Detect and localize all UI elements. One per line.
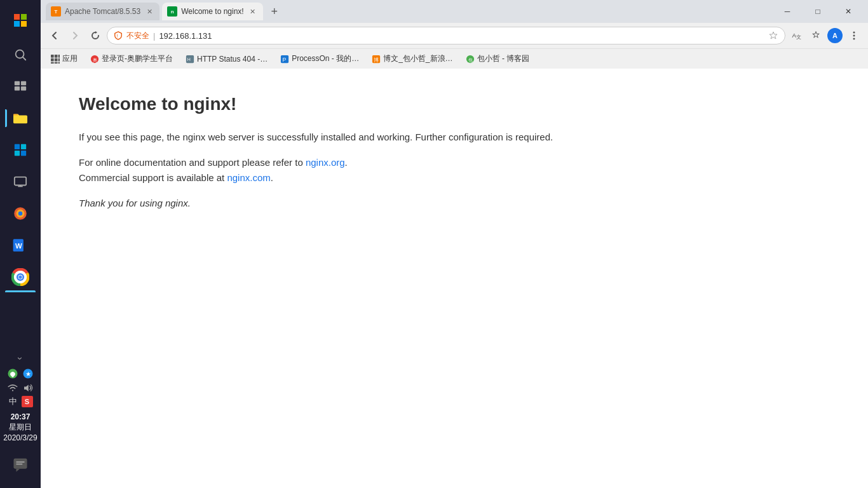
tray-chat-icon[interactable]	[6, 367, 19, 380]
svg-text:文: 文	[796, 34, 801, 40]
svg-text:包: 包	[468, 57, 472, 62]
page-content: Welcome to nginx! If you see this page, …	[41, 69, 868, 488]
svg-marker-32	[95, 31, 97, 34]
windows-logo-icon	[14, 14, 27, 27]
device-manager-button[interactable]	[5, 166, 36, 197]
aoxue-favicon: 奥	[90, 55, 99, 64]
svg-rect-39	[51, 55, 54, 58]
back-button[interactable]	[46, 27, 64, 44]
back-icon	[50, 30, 60, 41]
chrome-button[interactable]	[5, 262, 36, 292]
tray-volume-icon[interactable]	[22, 381, 34, 394]
bookmark-apps[interactable]: 应用	[46, 52, 83, 65]
svg-rect-46	[55, 62, 58, 63]
new-tab-button[interactable]: +	[266, 3, 283, 20]
store-button[interactable]	[5, 135, 36, 165]
ime-shuangpin-button[interactable]: S	[21, 395, 34, 408]
tab-tomcat-close[interactable]: ✕	[144, 6, 154, 17]
svg-text:H: H	[187, 57, 191, 61]
url-separator: |	[153, 31, 155, 41]
svg-rect-45	[51, 62, 54, 63]
svg-rect-8	[15, 151, 20, 156]
nginx-org-link[interactable]: nginx.org	[306, 157, 345, 168]
menu-button[interactable]	[845, 27, 863, 44]
device-icon	[13, 175, 27, 189]
tab-nginx-label: Welcome to nginx!	[181, 7, 244, 16]
svg-point-38	[853, 38, 855, 40]
svg-rect-5	[21, 86, 26, 90]
tray-expand-button[interactable]: ›	[5, 351, 36, 366]
profile-button[interactable]: A	[826, 27, 844, 44]
bookmark-aoxue-label: 登录页-奥鹏学生平台	[102, 53, 173, 64]
nav-right-icons: A 文 A	[788, 27, 863, 44]
menu-dots-icon	[849, 30, 859, 41]
svg-point-15	[18, 212, 23, 216]
svg-line-1	[23, 57, 25, 60]
folder-icon	[12, 111, 29, 125]
reload-icon	[90, 30, 100, 41]
svg-marker-29	[17, 469, 20, 472]
tomcat-favicon: T	[51, 6, 61, 17]
svg-text:A: A	[792, 32, 797, 39]
page-para2: For online documentation and support ple…	[79, 155, 830, 186]
task-view-icon	[13, 79, 27, 93]
svg-text:★: ★	[25, 370, 31, 377]
file-manager-button[interactable]	[5, 103, 36, 133]
bookmark-processon[interactable]: P ProcessOn - 我的…	[275, 52, 364, 65]
tab-nginx-close[interactable]: ✕	[248, 6, 258, 17]
minimize-button[interactable]: ─	[773, 0, 802, 23]
svg-rect-4	[15, 86, 20, 90]
para2-suffix2: .	[271, 172, 273, 183]
svg-text:博: 博	[374, 57, 379, 62]
ime-chinese-button[interactable]: 中	[8, 395, 18, 408]
forward-button[interactable]	[66, 27, 84, 44]
svg-rect-3	[21, 81, 26, 85]
maximize-button[interactable]: □	[803, 0, 832, 23]
tray-star-icon[interactable]: ★	[22, 367, 34, 380]
bookmark-http404-label: HTTP Status 404 -…	[197, 55, 268, 64]
tab-nginx[interactable]: n Welcome to nginx! ✕	[162, 3, 263, 20]
security-label: 不安全	[126, 30, 149, 41]
notification-button[interactable]	[5, 450, 36, 480]
translate-button[interactable]: A 文	[788, 27, 806, 44]
page-heading: Welcome to nginx!	[79, 94, 830, 114]
maximize-icon: □	[815, 7, 820, 16]
reload-button[interactable]	[86, 27, 104, 44]
page-bookmark-button[interactable]	[807, 27, 825, 44]
bookmark-aoxue[interactable]: 奥 登录页-奥鹏学生平台	[85, 52, 178, 65]
svg-rect-7	[21, 144, 26, 149]
clock-weekday: 星期日	[9, 422, 32, 433]
svg-point-26	[12, 390, 13, 391]
tab-tomcat[interactable]: T Apache Tomcat/8.5.53 ✕	[46, 3, 159, 20]
svg-rect-43	[55, 58, 58, 61]
para2-prefix: For online documentation and support ple…	[79, 157, 306, 168]
clock-widget[interactable]: 20:37 星期日 2020/3/29	[3, 409, 37, 449]
bookmark-blog-sina[interactable]: 博 博文_包小哲_新浪…	[367, 52, 458, 65]
bookmark-processon-label: ProcessOn - 我的…	[292, 53, 359, 64]
title-bar: T Apache Tomcat/8.5.53 ✕ n Welcome to ng…	[41, 0, 868, 23]
forward-icon	[70, 30, 80, 41]
nginx-com-link[interactable]: nginx.com	[227, 172, 270, 183]
bookmark-http404[interactable]: H HTTP Status 404 -…	[180, 53, 273, 65]
firefox-button[interactable]	[5, 198, 36, 229]
svg-text:P: P	[283, 56, 287, 62]
word-icon: W	[12, 237, 29, 254]
task-view-button[interactable]	[5, 71, 36, 102]
bookmark-star-icon[interactable]	[768, 30, 778, 41]
svg-rect-41	[58, 55, 60, 58]
window-controls: ─ □ ✕	[773, 0, 863, 23]
page-para1: If you see this page, the nginx web serv…	[79, 130, 830, 145]
word-button[interactable]: W	[5, 230, 36, 261]
bookmark-cnblog[interactable]: 包 包小哲 - 博客园	[461, 52, 535, 65]
url-input[interactable]	[159, 31, 764, 41]
search-icon	[13, 48, 27, 62]
search-button[interactable]	[5, 39, 36, 70]
tray-wifi-icon[interactable]	[6, 381, 19, 394]
svg-rect-40	[55, 55, 58, 58]
svg-rect-9	[21, 151, 26, 156]
address-bar[interactable]: ! 不安全 |	[107, 27, 785, 44]
bookmark-apps-label: 应用	[62, 53, 78, 64]
start-button[interactable]	[5, 5, 36, 36]
svg-point-22	[18, 275, 22, 278]
close-button[interactable]: ✕	[834, 0, 863, 23]
